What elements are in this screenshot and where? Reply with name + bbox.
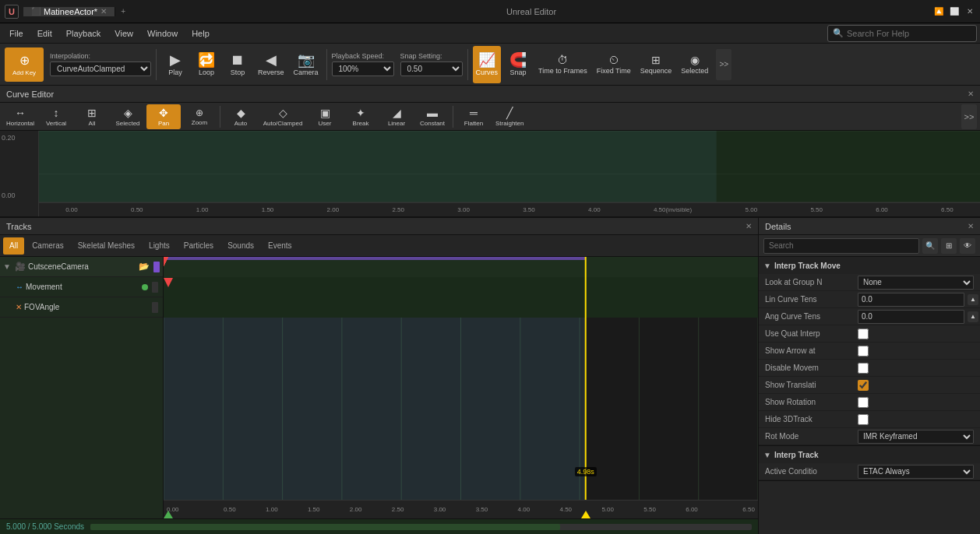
minimize-btn[interactable]: 🔼: [932, 5, 946, 19]
break-icon: ✦: [356, 107, 365, 119]
filter-tab-skeletal[interactable]: Skeletal Meshes: [72, 237, 141, 255]
show-rotation-checkbox[interactable]: [858, 397, 869, 408]
toolbar-sep-2: [326, 49, 327, 80]
filter-tab-cameras[interactable]: Cameras: [26, 237, 70, 255]
curve-all-btn[interactable]: ⊞ All: [75, 104, 109, 129]
movement-active-dot: [142, 284, 148, 290]
interp-track-title[interactable]: ▼ Interp Track: [759, 446, 980, 463]
curve-canvas-area: 0.20 0.00: [0, 131, 980, 216]
snap-setting-select[interactable]: 0.50 1.00 0.25: [400, 61, 463, 76]
rot-mode-select[interactable]: IMR Keyframed IMR LookAtGroup: [858, 430, 974, 444]
camera-find-btn[interactable]: 📂: [139, 262, 150, 272]
menu-window[interactable]: Window: [141, 27, 184, 40]
curve-user-btn[interactable]: ▣ User: [308, 104, 342, 129]
loop-icon: 🔁: [198, 53, 215, 67]
fixed-time-button[interactable]: ⏲ Fixed Time: [594, 46, 634, 83]
curve-more-btn[interactable]: >>: [961, 104, 977, 129]
interpolation-select[interactable]: CurveAutoClamped CurveAuto Linear Consta…: [50, 61, 151, 76]
fovangle-track-label: FOVAngle: [24, 303, 150, 311]
timeline-column: 4.98s 0.00 0.50 1.00: [164, 257, 758, 518]
filter-tab-all[interactable]: All: [3, 237, 24, 255]
curve-zoom-btn[interactable]: ⊕ Zoom: [182, 104, 217, 129]
selected-button[interactable]: ◉ Selected: [678, 46, 711, 83]
playback-speed-section: Playback Speed: 100% 50% 25%: [332, 52, 394, 76]
curve-sep-2: [453, 106, 453, 128]
use-quat-interp-checkbox[interactable]: [858, 328, 869, 339]
curve-straighten-btn[interactable]: ╱ Straighten: [492, 104, 527, 129]
show-translati-checkbox[interactable]: [858, 380, 869, 391]
tracks-timeline-split: ▼ 🎥 CutsceneCamera 📂 ↔ Movement: [0, 257, 758, 518]
active-conditio-select[interactable]: ETAC Always ETAC GoreEnabled ETAC GoreDi…: [858, 465, 974, 479]
track-names-column: ▼ 🎥 CutsceneCamera 📂 ↔ Movement: [0, 257, 164, 518]
curve-horizontal-btn[interactable]: ↔ Horizontal: [3, 104, 37, 129]
search-bar: 🔍: [827, 25, 977, 42]
curves-button[interactable]: 📈 Curves: [473, 46, 502, 83]
curve-linear-btn[interactable]: ◢ Linear: [379, 104, 414, 129]
title-bar: U ⬛ MatineeActor* ✕ + Unreal Editor 🔼 ⬜ …: [0, 0, 980, 23]
ang-curve-tens-spin[interactable]: ▲: [968, 311, 978, 322]
timeline-bottom-ruler: 0.00 0.50 1.00 1.50 2.00 2.50 3.00 3.50 …: [164, 500, 758, 518]
curves-icon: 📈: [478, 53, 495, 67]
lin-curve-tens-input[interactable]: [858, 293, 964, 307]
search-input[interactable]: [847, 29, 971, 38]
flatten-icon: ═: [470, 107, 478, 119]
details-search-icon[interactable]: 🔍: [922, 238, 938, 254]
new-tab-btn[interactable]: +: [115, 7, 131, 16]
camera-button[interactable]: 📷 Camera: [291, 46, 322, 83]
tracks-header: Tracks ✕: [0, 218, 758, 235]
menu-help[interactable]: Help: [185, 27, 216, 40]
time-to-frames-button[interactable]: ⏱ Time to Frames: [535, 46, 590, 83]
play-button[interactable]: ▶ Play: [161, 46, 189, 83]
reverse-button[interactable]: ◀ Reverse: [255, 46, 287, 83]
vertical-icon: ↕: [54, 107, 59, 119]
add-key-button[interactable]: ⊕ Add Key: [5, 47, 44, 82]
curve-y-axis: 0.20 0.00: [0, 131, 39, 216]
curve-vertical-btn[interactable]: ↕ Vertical: [39, 104, 73, 129]
menu-file[interactable]: File: [3, 27, 30, 40]
tab-matineeactor[interactable]: ⬛ MatineeActor* ✕: [23, 7, 115, 16]
hide-3dtrack-checkbox[interactable]: [858, 414, 869, 425]
look-at-group-select[interactable]: None: [858, 276, 974, 290]
toolbar-overflow-btn[interactable]: >>: [716, 49, 731, 80]
tracks-panel-close-btn[interactable]: ✕: [746, 222, 752, 230]
user-icon: ▣: [320, 107, 330, 119]
curve-flatten-btn[interactable]: ═ Flatten: [457, 104, 491, 129]
maximize-btn[interactable]: ⬜: [947, 5, 961, 19]
track-expand-icon[interactable]: ▼: [3, 262, 12, 271]
status-progress-bar: [90, 524, 752, 530]
curve-selected-btn[interactable]: ◈ Selected: [111, 104, 145, 129]
snap-icon: 🧲: [509, 53, 527, 67]
curve-autoclamped-btn[interactable]: ◇ Auto/Clamped: [259, 104, 306, 129]
menu-view[interactable]: View: [108, 27, 139, 40]
playback-speed-select[interactable]: 100% 50% 25%: [332, 61, 394, 76]
curve-auto-btn[interactable]: ◆ Auto: [224, 104, 258, 129]
stop-button[interactable]: ⏹ Stop: [224, 46, 252, 83]
filter-tab-sounds[interactable]: Sounds: [221, 237, 260, 255]
current-time-label: 4.98s: [575, 467, 597, 476]
details-grid-view-btn[interactable]: ⊞: [941, 238, 957, 254]
horizontal-icon: ↔: [15, 107, 26, 119]
filter-tab-events[interactable]: Events: [262, 237, 298, 255]
curve-constant-btn[interactable]: ▬ Constant: [415, 104, 449, 129]
loop-button[interactable]: 🔁 Loop: [192, 46, 220, 83]
curve-editor-close-btn[interactable]: ✕: [968, 90, 974, 98]
snap-button[interactable]: 🧲 Snap: [504, 46, 532, 83]
details-eye-btn[interactable]: 👁: [960, 238, 975, 254]
menu-playback[interactable]: Playback: [60, 27, 108, 40]
curve-break-btn[interactable]: ✦ Break: [344, 104, 378, 129]
tab-close-btn[interactable]: ✕: [100, 7, 107, 16]
lin-curve-tens-spin[interactable]: ▲: [968, 294, 978, 305]
curve-pan-btn[interactable]: ✥ Pan: [146, 104, 181, 129]
show-arrow-checkbox[interactable]: [858, 346, 869, 357]
disable-movem-checkbox[interactable]: [858, 363, 869, 374]
ang-curve-tens-input[interactable]: [858, 310, 964, 324]
filter-tab-particles[interactable]: Particles: [178, 237, 220, 255]
interp-track-move-title[interactable]: ▼ Interp Track Move: [759, 257, 980, 274]
details-close-btn[interactable]: ✕: [968, 222, 974, 230]
sequence-button[interactable]: ⊞ Sequence: [637, 46, 675, 83]
close-btn[interactable]: ✕: [963, 5, 977, 19]
menu-edit[interactable]: Edit: [31, 27, 58, 40]
filter-tab-lights[interactable]: Lights: [143, 237, 176, 255]
details-search-input[interactable]: [763, 238, 919, 254]
movement-track-label: Movement: [26, 283, 139, 291]
